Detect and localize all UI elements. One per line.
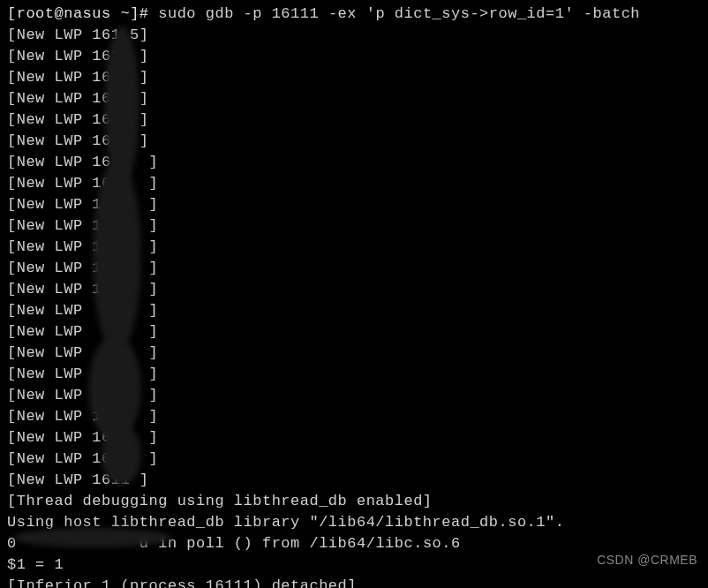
terminal-output[interactable]: [root@nasus ~]# sudo gdb -p 16111 -ex 'p…	[7, 4, 701, 588]
lwp-line: [New LWP 1614 ]	[7, 67, 701, 88]
lwp-line: [New LWP 16.1 ]	[7, 449, 701, 470]
prompt-bracket: [	[7, 5, 17, 22]
lwp-line: [New LWP 1614 ]	[7, 88, 701, 109]
prompt-close: ]#	[130, 5, 158, 22]
lwp-line: [New LWP 16 ]	[7, 215, 701, 237]
lwp-line: [New LWP 1611 ]	[7, 470, 701, 491]
watermark-text: CSDN @CRMEB	[597, 549, 697, 570]
lwp-line: [New LWP ]	[7, 364, 701, 385]
lwp-line: [New LWP 1 ]	[7, 258, 701, 279]
lwp-line: [New LWP 1 ]	[7, 237, 701, 258]
lwp-line: [New LWP ]	[7, 321, 701, 343]
lwp-line: [New LWP 1618 ]	[7, 46, 701, 67]
command-text: sudo gdb -p 16111 -ex 'p dict_sys->row_i…	[158, 5, 640, 22]
lwp-line: [New LWP 161 ]	[7, 131, 701, 152]
prompt-line: [root@nasus ~]# sudo gdb -p 16111 -ex 'p…	[7, 4, 701, 25]
lwp-line: [New LWP 5 ]	[7, 385, 701, 406]
lwp-line: [New LWP 161 ]	[7, 152, 701, 173]
lwp-line: [New LWP 1 ]	[7, 406, 701, 427]
lwp-line: [New LWP ]	[7, 343, 701, 364]
lwp-line: [New LWP 161 5]	[7, 25, 701, 46]
poll-suffix: d in poll () from /lib64/libc.so.6	[83, 535, 461, 552]
using-host-line: Using host libthread_db library "/lib64/…	[7, 512, 701, 533]
thread-debug-line: [Thread debugging using libthread_db ena…	[7, 491, 701, 512]
lwp-line: [New LWP ]	[7, 300, 701, 321]
detached-line: [Inferior 1 (process 16111) detached]	[7, 576, 701, 588]
lwp-line: [New LWP 16 ]	[7, 194, 701, 215]
poll-prefix: 0	[7, 535, 83, 552]
lwp-line: [New LWP 1 ]	[7, 279, 701, 300]
lwp-line: [New LWP 161 ]	[7, 109, 701, 131]
lwp-line: [New LWP 16 ]	[7, 427, 701, 449]
prompt-user: root@nasus	[17, 5, 111, 22]
lwp-line: [New LWP 16 ]	[7, 173, 701, 194]
prompt-tilde: ~	[111, 5, 130, 22]
